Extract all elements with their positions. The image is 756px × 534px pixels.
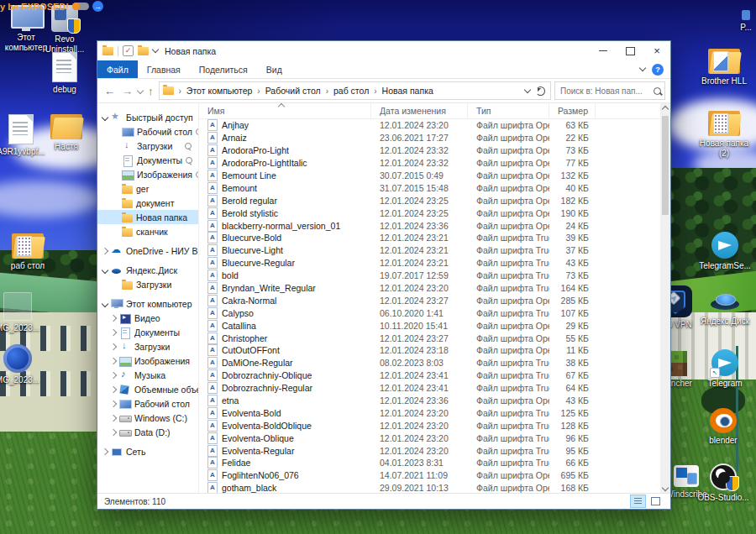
desktop-icon-rab-stol[interactable]: раб стол (2, 233, 54, 271)
chevron-right-icon[interactable] (110, 328, 117, 335)
tab-share[interactable]: Поделиться (190, 60, 257, 78)
column-header-date[interactable]: Дата изменения (371, 103, 468, 118)
chevron-right-icon[interactable] (110, 357, 117, 364)
column-header-type[interactable]: Тип (468, 103, 549, 118)
properties-check-icon[interactable]: ✓ (123, 45, 134, 56)
chevron-right-icon[interactable] (110, 428, 117, 435)
qat-dropdown-icon[interactable] (152, 46, 159, 53)
scroll-up-icon[interactable] (660, 103, 670, 114)
table-row[interactable]: AChristopher12.01.2024 23:27Файл шрифта … (199, 332, 670, 344)
chevron-down-icon[interactable] (102, 300, 108, 306)
search-box[interactable] (554, 81, 665, 100)
breadcrumb-desktop[interactable]: Рабочий стол (265, 86, 321, 96)
search-input[interactable] (559, 86, 654, 97)
sidebar-item[interactable]: ger (97, 181, 198, 196)
table-row[interactable]: ABluecurve-Light12.01.2024 23:21Файл шри… (199, 244, 670, 257)
file-name-cell[interactable]: AEvolventa-Oblique (199, 432, 371, 444)
file-name-cell[interactable]: ABryndan_Write_Regular (199, 282, 371, 294)
table-row[interactable]: AArnaiz23.06.2021 17:27Файл шрифта OpenT… (199, 132, 670, 144)
sidebar-item[interactable]: Изображения (97, 353, 198, 368)
file-name-cell[interactable]: ACalypso (199, 307, 371, 319)
desktop-icon-telegram-setup[interactable]: TelegramSe... (699, 232, 751, 271)
file-name-cell[interactable]: AEvolventa-Bold (199, 407, 371, 419)
table-row[interactable]: ABemount Line30.07.2015 0:49Файл шрифта … (199, 170, 670, 182)
table-row[interactable]: ACatallina10.11.2020 15:41Файл шрифта Op… (199, 319, 670, 332)
table-row[interactable]: ABluecurve-Regular12.01.2024 23:21Файл ш… (199, 257, 670, 270)
sidebar-item[interactable]: сканчик (97, 224, 198, 238)
sidebar-item[interactable]: Яндекс.Диск (97, 263, 198, 277)
chevron-right-icon[interactable] (102, 247, 108, 254)
table-row[interactable]: ABluecurve-Bold12.01.2024 23:21Файл шриф… (199, 232, 670, 244)
table-row[interactable]: Ablackberry-normal_version_0112.01.2024 … (199, 219, 670, 232)
ribbon-collapse-icon[interactable] (639, 65, 646, 71)
tab-file[interactable]: Файл (97, 60, 138, 78)
chevron-right-icon[interactable] (110, 314, 117, 321)
chevron-right-icon[interactable] (110, 343, 117, 349)
desktop-icon-brother[interactable]: Brother HLL (698, 49, 750, 86)
column-header-size[interactable]: Размер (549, 103, 596, 118)
table-row[interactable]: ABerold stylistic12.01.2024 23:25Файл шр… (199, 207, 670, 219)
chevron-right-icon[interactable] (110, 400, 117, 406)
desktop-icon-new-folder-2[interactable]: Новая папка (2) (698, 111, 750, 158)
column-header-name[interactable]: Имя (199, 103, 371, 118)
desktop-icon-photo2[interactable]: MG_2023... (0, 344, 44, 385)
sidebar-item[interactable]: Загрузки (97, 339, 198, 353)
file-name-cell[interactable]: AAnjhay (199, 119, 371, 131)
desktop-icon-yandex-disk[interactable]: Яндекс.Диск (699, 289, 751, 327)
help-icon[interactable]: ? (652, 64, 664, 76)
table-row[interactable]: AEvolventa-BoldOblique12.01.2024 23:20Фа… (199, 419, 670, 432)
sidebar-item[interactable]: Windows (C:) (97, 411, 198, 425)
sidebar-item[interactable]: Этот компьютер (97, 296, 198, 311)
table-row[interactable]: ADobrozrachniy-Regular12.01.2024 23:41Фа… (199, 382, 670, 395)
maximize-button[interactable] (617, 41, 643, 60)
table-row[interactable]: Agotham_black29.09.2021 10:13Файл шрифта… (199, 482, 670, 493)
file-name-cell[interactable]: AArnaiz (199, 132, 371, 144)
desktop-icon-telegram[interactable]: Telegram (699, 349, 751, 389)
desktop-icon-debug[interactable]: debug (39, 52, 91, 95)
table-row[interactable]: AFoglihtenNo06_07614.07.2021 11:09Файл ш… (199, 469, 670, 482)
table-row[interactable]: AArodoraPro-LightItalic12.01.2024 23:32Ф… (199, 157, 670, 170)
thumbnails-view-button[interactable] (648, 495, 664, 508)
up-button[interactable]: ↑ (146, 86, 155, 97)
sidebar-item[interactable]: Документы (97, 325, 198, 339)
desktop-icon-obs[interactable]: OBS-Studio... (697, 463, 749, 503)
table-row[interactable]: AFelidae04.01.2023 8:31Файл шрифта TrueT… (199, 457, 670, 469)
file-name-cell[interactable]: AChristopher (199, 332, 371, 344)
sidebar-item[interactable]: Изображения (97, 167, 198, 181)
file-name-cell[interactable]: ABemount (199, 182, 371, 194)
details-view-button[interactable] (630, 495, 646, 508)
table-row[interactable]: AEvolventa-Oblique12.01.2024 23:20Файл ш… (199, 432, 670, 444)
chevron-right-icon[interactable] (110, 371, 117, 378)
sidebar-item[interactable]: Загрузки (97, 139, 198, 153)
banner-toggle[interactable] (72, 3, 89, 10)
file-name-cell[interactable]: ABluecurve-Regular (199, 257, 371, 269)
address-dropdown-icon[interactable] (524, 86, 531, 92)
refresh-icon[interactable] (536, 86, 545, 96)
table-row[interactable]: ACutOutOFFont12.01.2024 23:18Файл шрифта… (199, 344, 670, 357)
file-name-cell[interactable]: ADobrozrachniy-Oblique (199, 369, 371, 381)
desktop-icon-blender[interactable]: blender (697, 408, 749, 446)
file-name-cell[interactable]: Abold (199, 270, 371, 281)
vertical-scrollbar[interactable] (660, 103, 670, 493)
table-row[interactable]: Abold19.07.2017 12:59Файл шрифта TrueTy.… (199, 270, 670, 282)
tab-home[interactable]: Главная (138, 60, 190, 78)
sidebar-item[interactable]: OneDrive - НИУ Выс (97, 243, 198, 258)
table-row[interactable]: ADaMiOne-Regular08.02.2023 8:03Файл шриф… (199, 357, 670, 369)
desktop-icon-partial[interactable]: P... (736, 10, 756, 33)
new-folder-icon[interactable] (138, 47, 149, 55)
file-name-cell[interactable]: AEvolventa-Regular (199, 445, 371, 457)
file-name-cell[interactable]: Ablackberry-normal_version_01 (199, 220, 371, 232)
close-button[interactable]: × (643, 41, 670, 60)
table-row[interactable]: AEvolventa-Bold12.01.2024 23:20Файл шриф… (199, 406, 670, 419)
file-name-cell[interactable]: ACakra-Normal (199, 295, 371, 306)
tab-view[interactable]: Вид (257, 60, 291, 78)
chevron-down-icon[interactable] (102, 266, 108, 273)
file-name-cell[interactable]: AFelidae (199, 457, 371, 469)
file-name-cell[interactable]: AArodoraPro-Light (199, 144, 371, 156)
sidebar-item[interactable]: Видео (97, 311, 198, 325)
sidebar-item[interactable]: Документы (97, 153, 198, 167)
table-row[interactable]: ACakra-Normal12.01.2024 23:27Файл шрифта… (199, 294, 670, 306)
file-name-cell[interactable]: ACatallina (199, 320, 371, 332)
file-name-cell[interactable]: AArodoraPro-LightItalic (199, 157, 371, 169)
scrollbar-thumb[interactable] (662, 116, 669, 215)
